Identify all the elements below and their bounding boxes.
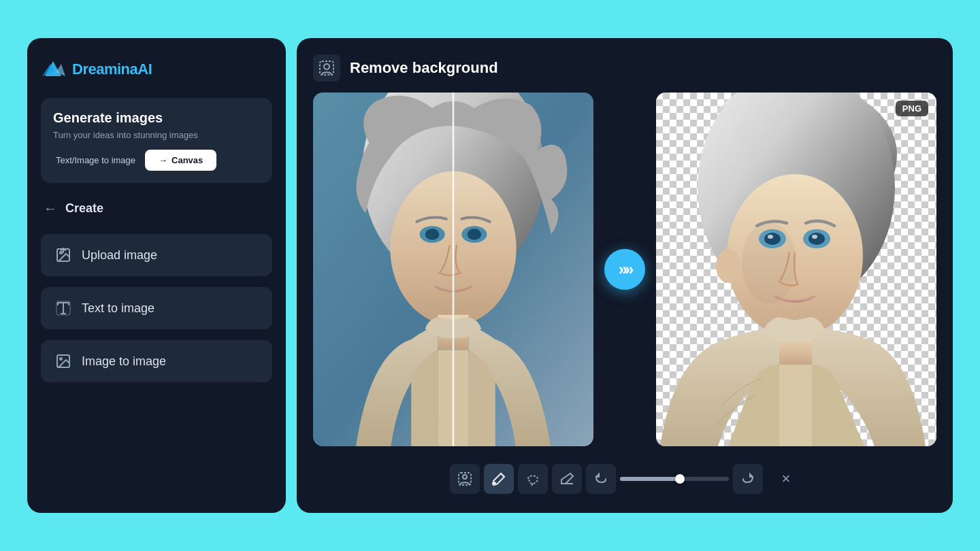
svg-point-29	[764, 233, 781, 245]
png-badge: PNG	[896, 101, 928, 116]
upload-image-label: Upload image	[82, 248, 157, 263]
panel-title: Remove background	[350, 59, 498, 77]
sidebar: DreaminaAI Generate images Turn your ide…	[27, 38, 286, 513]
image-to-image-label: Image to image	[82, 354, 166, 369]
close-button[interactable]: ×	[772, 465, 800, 492]
slider-thumb	[675, 474, 685, 484]
portrait-svg-before	[313, 93, 593, 446]
text-image-button[interactable]: Text/Image to image	[53, 151, 138, 169]
svg-point-38	[493, 482, 495, 485]
panel-header-icon	[313, 54, 340, 82]
svg-point-37	[463, 475, 467, 479]
image-to-image-icon	[54, 352, 72, 370]
create-nav[interactable]: ← Create	[41, 194, 272, 223]
generate-card-buttons: Text/Image to image → Canvas	[53, 150, 260, 171]
create-label: Create	[65, 201, 103, 216]
canvas-button[interactable]: → Canvas	[145, 150, 216, 171]
portrait-canvas-before	[313, 93, 593, 446]
brush-size-slider[interactable]	[620, 477, 729, 481]
toolbar-subject-button[interactable]	[450, 464, 480, 494]
svg-point-10	[60, 358, 62, 360]
images-area: »» PNG	[313, 93, 936, 446]
svg-point-19	[425, 229, 440, 239]
panel-header: Remove background	[313, 54, 936, 82]
sidebar-item-text-to-image[interactable]: Text to image	[41, 287, 272, 329]
logo-area: DreaminaAI	[41, 54, 272, 87]
app-container: DreaminaAI Generate images Turn your ide…	[27, 38, 953, 513]
toolbar: ×	[313, 457, 936, 497]
back-icon: ←	[44, 201, 57, 216]
next-arrow-button[interactable]: »»	[604, 249, 645, 290]
main-panel: Remove background	[297, 38, 953, 513]
generate-card: Generate images Turn your ideas into stu…	[41, 98, 272, 183]
generate-card-subtitle: Turn your ideas into stunning images	[53, 130, 260, 140]
chevron-right-icon: »»	[619, 260, 632, 279]
svg-rect-35	[779, 365, 812, 446]
generate-card-title: Generate images	[53, 110, 260, 126]
svg-point-20	[468, 229, 482, 239]
text-to-image-icon	[54, 299, 72, 317]
svg-point-32	[812, 235, 817, 239]
portrait-svg-after	[656, 93, 936, 446]
canvas-arrow-icon: →	[159, 155, 167, 165]
toolbar-redo-button[interactable]	[733, 464, 763, 494]
slider-fill	[620, 477, 680, 481]
toolbar-eraser-button[interactable]	[552, 464, 582, 494]
svg-point-12	[324, 64, 329, 69]
svg-point-30	[808, 233, 825, 245]
text-to-image-label: Text to image	[82, 301, 154, 316]
image-after: PNG	[656, 93, 936, 446]
toolbar-undo-button[interactable]	[586, 464, 616, 494]
logo-icon	[41, 57, 65, 82]
toolbar-brush-button[interactable]	[484, 464, 514, 494]
sidebar-item-upload-image[interactable]: Upload image	[41, 234, 272, 276]
svg-point-4	[60, 252, 62, 254]
svg-point-31	[768, 235, 773, 239]
upload-image-icon	[54, 246, 72, 264]
logo-text: DreaminaAI	[72, 61, 152, 78]
toolbar-lasso-button[interactable]	[518, 464, 548, 494]
image-before	[313, 93, 593, 446]
svg-point-33	[716, 249, 740, 283]
sidebar-item-image-to-image[interactable]: Image to image	[41, 340, 272, 382]
